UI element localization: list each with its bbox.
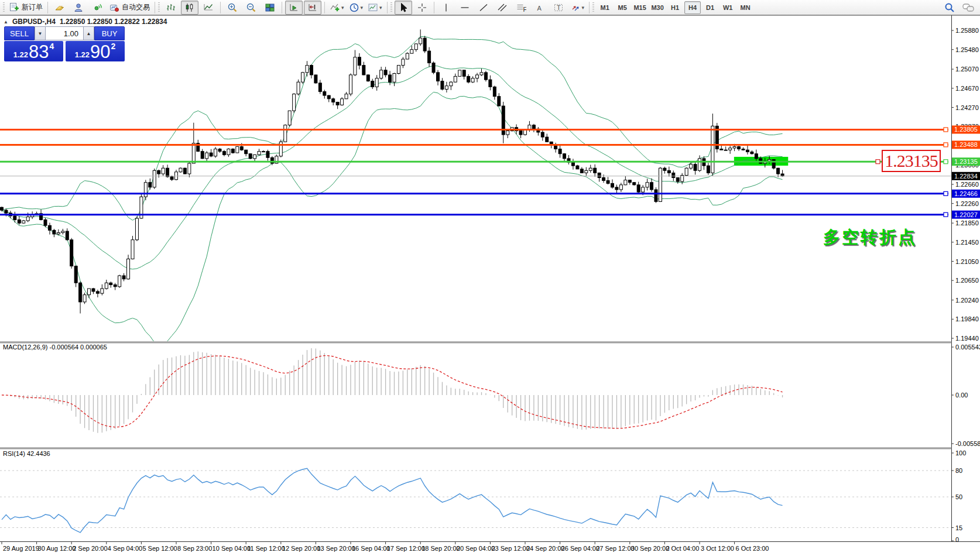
svg-text:15: 15 <box>955 524 962 531</box>
svg-text:1.22260: 1.22260 <box>955 200 979 207</box>
svg-text:1.22027: 1.22027 <box>954 211 978 218</box>
macd-histogram <box>2 348 783 433</box>
candles-layer <box>1 29 784 313</box>
svg-text:0.005543: 0.005543 <box>955 344 980 351</box>
svg-text:1.19440: 1.19440 <box>955 335 979 342</box>
svg-text:18 Sep 20:00: 18 Sep 20:00 <box>422 545 460 552</box>
chart-symbol-label: GBPUSD-,H4 <box>12 18 56 26</box>
svg-text:1.21050: 1.21050 <box>955 258 979 265</box>
sell-price-big: 83 <box>29 43 49 61</box>
svg-text:0.00: 0.00 <box>955 392 968 399</box>
macd-indicator-label: MACD(12,26,9) -0.000564 0.000065 <box>3 344 107 351</box>
time-axis[interactable]: 29 Aug 201930 Aug 12:002 Sep 20:004 Sep … <box>2 541 769 552</box>
buy-price-display[interactable]: 1.22 90 2 <box>66 41 125 61</box>
buy-price-sup: 2 <box>111 42 116 51</box>
svg-text:1.23488: 1.23488 <box>954 141 978 148</box>
svg-text:100: 100 <box>955 449 966 457</box>
svg-text:1.24670: 1.24670 <box>955 85 979 92</box>
macd-signal-line <box>2 356 783 428</box>
volume-input[interactable]: 1.00 <box>46 26 83 40</box>
price-callout-box[interactable]: 1.23135 <box>882 150 941 172</box>
svg-text:1.21450: 1.21450 <box>955 239 979 246</box>
macd-main-value: -0.000564 <box>49 344 78 351</box>
svg-text:2 Oct 04:00: 2 Oct 04:00 <box>666 545 699 552</box>
svg-text:2 Sep 20:00: 2 Sep 20:00 <box>73 545 107 552</box>
chart-ohlc-values: 1.22850 1.22850 1.22822 1.22834 <box>60 18 167 26</box>
svg-text:80: 80 <box>955 467 962 474</box>
rsi-line <box>2 468 783 533</box>
svg-text:20 Sep 04:00: 20 Sep 04:00 <box>457 545 495 552</box>
svg-text:1.23805: 1.23805 <box>954 126 978 133</box>
volume-increase-button[interactable]: ▲ <box>83 26 94 40</box>
svg-text:17 Sep 12:00: 17 Sep 12:00 <box>387 545 425 552</box>
collapse-panel-icon[interactable]: ▲ <box>4 19 8 25</box>
svg-text:24 Sep 20:00: 24 Sep 20:00 <box>526 545 564 552</box>
svg-text:27 Sep 12:00: 27 Sep 12:00 <box>596 545 634 552</box>
svg-text:1.25480: 1.25480 <box>955 46 979 53</box>
turning-point-note[interactable]: 多空转折点 <box>823 226 917 249</box>
sell-price-sup: 4 <box>50 42 54 51</box>
svg-text:-0.005583: -0.005583 <box>955 440 980 447</box>
bollinger-bands <box>2 36 783 346</box>
sell-price-prefix: 1.22 <box>13 50 28 59</box>
svg-text:1.24270: 1.24270 <box>955 104 979 111</box>
sell-price-display[interactable]: 1.22 83 4 <box>4 41 63 61</box>
sell-button[interactable]: SELL <box>4 26 35 40</box>
price-axis[interactable]: 1.258801.254801.250701.246701.242701.238… <box>951 16 980 541</box>
svg-text:0: 0 <box>955 536 959 543</box>
svg-text:13 Sep 20:00: 13 Sep 20:00 <box>317 545 355 552</box>
svg-text:1.25070: 1.25070 <box>955 66 979 73</box>
svg-text:12 Sep 20:00: 12 Sep 20:00 <box>282 545 320 552</box>
rsi-level-lines <box>0 471 951 528</box>
svg-text:26 Sep 04:00: 26 Sep 04:00 <box>561 545 599 552</box>
svg-text:10 Sep 04:00: 10 Sep 04:00 <box>213 545 251 552</box>
svg-text:1.19840: 1.19840 <box>955 315 979 322</box>
pane-separators[interactable] <box>0 342 980 449</box>
chart-header: ▲ GBPUSD-,H4 1.22850 1.22850 1.22822 1.2… <box>4 18 167 26</box>
svg-text:4 Sep 04:00: 4 Sep 04:00 <box>108 545 142 552</box>
svg-text:1.20650: 1.20650 <box>955 277 979 284</box>
buy-price-big: 90 <box>90 43 110 61</box>
svg-text:11 Sep 12:00: 11 Sep 12:00 <box>247 545 285 552</box>
buy-button[interactable]: BUY <box>94 26 125 40</box>
svg-text:8 Sep 23:00: 8 Sep 23:00 <box>177 545 212 552</box>
svg-text:30 Aug 12:00: 30 Aug 12:00 <box>38 545 76 552</box>
pane-frame <box>0 15 980 542</box>
svg-text:1.22660: 1.22660 <box>955 181 979 188</box>
volume-decrease-button[interactable]: ▼ <box>35 26 46 40</box>
svg-text:1.25880: 1.25880 <box>955 27 979 34</box>
buy-price-prefix: 1.22 <box>75 50 90 59</box>
one-click-trading-panel: SELL ▼ 1.00 ▲ BUY 1.22 83 4 1.22 90 2 <box>4 26 125 61</box>
svg-text:29 Aug 2019: 29 Aug 2019 <box>3 545 39 552</box>
mt4-application: 新订单 自动交易 <box>0 0 980 556</box>
svg-text:50: 50 <box>955 493 962 500</box>
svg-text:3 Oct 12:00: 3 Oct 12:00 <box>701 545 734 552</box>
macd-signal-value: 0.000065 <box>80 344 107 351</box>
svg-text:1.21850: 1.21850 <box>955 219 979 226</box>
svg-text:1.20240: 1.20240 <box>955 297 979 304</box>
chart-canvas[interactable]: 1.258801.254801.250701.246701.242701.238… <box>0 0 980 556</box>
svg-text:1.22466: 1.22466 <box>954 190 978 197</box>
svg-text:6 Oct 23:00: 6 Oct 23:00 <box>736 545 769 552</box>
rsi-name: RSI(14) <box>3 450 25 457</box>
svg-text:30 Sep 20:00: 30 Sep 20:00 <box>631 545 669 552</box>
svg-text:23 Sep 12:00: 23 Sep 12:00 <box>491 545 529 552</box>
svg-text:1.22834: 1.22834 <box>954 173 978 180</box>
macd-name: MACD(12,26,9) <box>3 344 47 351</box>
rsi-value: 42.4436 <box>27 450 50 457</box>
rsi-indicator-label: RSI(14) 42.4436 <box>3 450 50 457</box>
svg-text:5 Sep 12:00: 5 Sep 12:00 <box>142 545 177 552</box>
svg-text:1.23135: 1.23135 <box>954 158 978 165</box>
svg-text:16 Sep 04:00: 16 Sep 04:00 <box>352 545 390 552</box>
